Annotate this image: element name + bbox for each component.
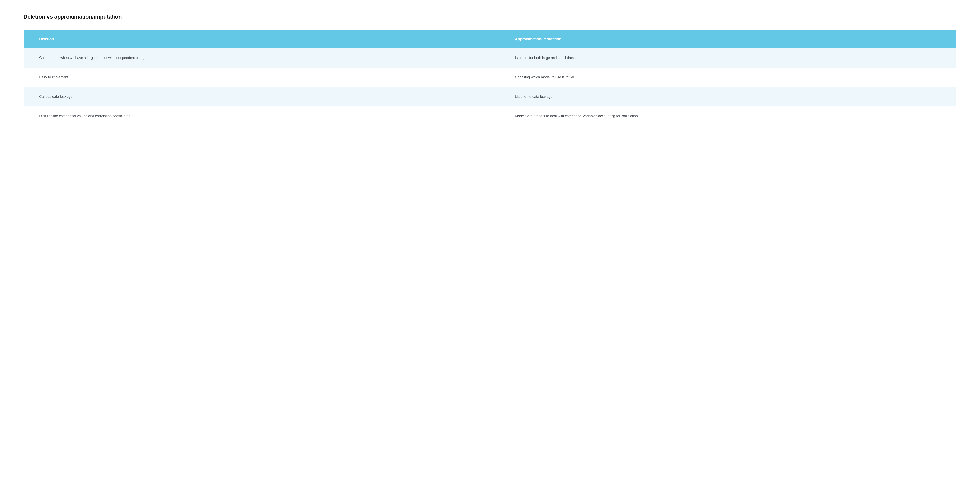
table-row: Easy to implement Choosing which model t… xyxy=(24,68,956,87)
cell-deletion: Easy to implement xyxy=(24,68,500,87)
header-deletion: Deletion xyxy=(24,30,500,48)
table-row: Can be done when we have a large dataset… xyxy=(24,48,956,68)
table-row: Causes data leakage Little to no data le… xyxy=(24,87,956,107)
cell-deletion: Can be done when we have a large dataset… xyxy=(24,48,500,68)
cell-deletion: Disturbs the categorical values and corr… xyxy=(24,107,500,126)
comparison-table: Deletion Approximation/Imputation Can be… xyxy=(24,30,956,126)
header-approximation-imputation: Approximation/Imputation xyxy=(500,30,956,48)
table-header-row: Deletion Approximation/Imputation xyxy=(24,30,956,48)
cell-deletion: Causes data leakage xyxy=(24,87,500,107)
cell-approximation: Models are present to deal with categori… xyxy=(500,107,956,126)
cell-approximation: Choosing which model to use is trivial xyxy=(500,68,956,87)
cell-approximation: Is useful for both large and small datas… xyxy=(500,48,956,68)
table-row: Disturbs the categorical values and corr… xyxy=(24,107,956,126)
page-title: Deletion vs approximation/imputation xyxy=(24,14,956,20)
cell-approximation: Little to no data leakage xyxy=(500,87,956,107)
